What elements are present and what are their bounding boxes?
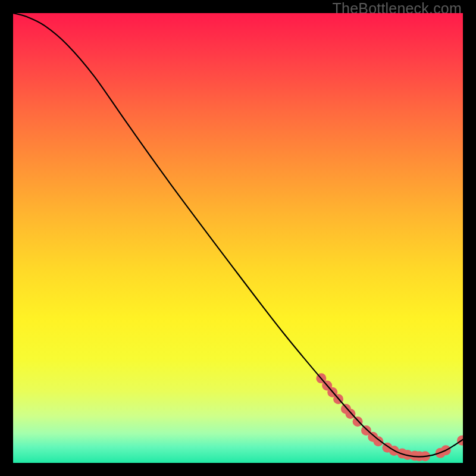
- data-dot: [346, 409, 356, 419]
- chart-frame: TheBottleneck.com: [0, 0, 476, 476]
- data-dot: [373, 436, 383, 446]
- bottleneck-curve: [13, 13, 463, 457]
- plot-area: [13, 13, 463, 463]
- chart-svg: [13, 13, 463, 463]
